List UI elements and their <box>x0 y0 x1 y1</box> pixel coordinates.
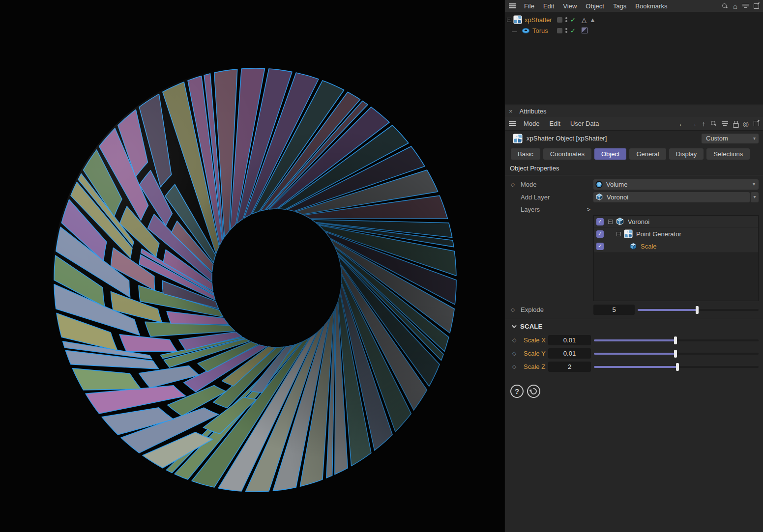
scale-y-row: ◇ Scale Y 0.01 <box>505 347 763 360</box>
viewport-3d[interactable] <box>0 0 504 532</box>
slider-handle[interactable] <box>676 363 679 371</box>
object-manager-menubar: File Edit View Object Tags Bookmarks ⌂ <box>505 0 763 12</box>
back-arrow-icon[interactable]: ← <box>678 120 685 127</box>
phong-tag-icon[interactable] <box>582 28 587 33</box>
visibility-dots-icon[interactable] <box>565 17 567 22</box>
enabled-check-icon[interactable]: ✓ <box>570 17 576 23</box>
explode-label: Explode <box>521 306 544 313</box>
menu-user-data[interactable]: User Data <box>565 120 604 127</box>
enabled-check-icon[interactable]: ✓ <box>570 28 576 34</box>
param-diamond-icon: ◇ <box>512 364 516 369</box>
scale-z-value-field[interactable]: 2 <box>548 362 591 372</box>
param-diamond-icon: ◇ <box>512 351 516 356</box>
layers-tree: ✓ Voronoi ✓ Point Generator ✓ <box>593 215 759 301</box>
param-diamond-icon: ◇ <box>511 307 515 312</box>
preset-dropdown[interactable]: Custom ▾ <box>702 134 759 143</box>
close-icon[interactable]: × <box>509 108 513 115</box>
xpshatter-label[interactable]: xpShatter <box>525 16 552 24</box>
hamburger-menu-icon[interactable] <box>509 121 516 126</box>
home-icon[interactable]: ⌂ <box>733 2 737 10</box>
layer-square-icon[interactable] <box>557 17 562 23</box>
menu-mode[interactable]: Mode <box>519 120 545 127</box>
new-window-icon[interactable] <box>754 121 759 126</box>
tree-row-torus[interactable]: Torus ✓ <box>505 25 763 36</box>
scale-z-slider[interactable] <box>594 363 759 371</box>
triangle-outline-icon: △ <box>582 17 587 23</box>
target-icon[interactable]: ◎ <box>743 120 749 127</box>
scale-checkbox[interactable]: ✓ <box>596 243 604 250</box>
add-layer-arrow-button[interactable]: ▾ <box>751 192 759 202</box>
scale-group-header[interactable]: SCALE <box>505 319 763 334</box>
point-generator-checkbox[interactable]: ✓ <box>596 230 604 238</box>
attributes-title: Attributes <box>520 108 547 115</box>
expand-icon[interactable] <box>608 220 613 224</box>
explode-slider[interactable] <box>638 306 759 314</box>
expand-icon[interactable] <box>616 232 621 236</box>
layers-row: Layers > <box>505 203 763 215</box>
explode-value-field[interactable]: 5 <box>593 305 635 315</box>
menu-edit[interactable]: Edit <box>545 120 565 127</box>
tab-display[interactable]: Display <box>669 148 704 160</box>
scale-x-slider[interactable] <box>594 336 759 344</box>
volume-mode-icon <box>595 181 603 188</box>
explode-row: ◇ Explode 5 <box>505 303 763 316</box>
chevron-down-icon: ▾ <box>753 182 755 187</box>
tab-basic[interactable]: Basic <box>511 148 540 160</box>
param-diamond-icon: ◇ <box>511 182 515 187</box>
hamburger-menu-icon[interactable] <box>509 3 516 8</box>
layer-square-icon[interactable] <box>557 28 562 33</box>
reset-icon <box>529 387 538 395</box>
scale-label: Scale <box>641 243 657 250</box>
menu-file[interactable]: File <box>520 2 539 10</box>
lock-icon[interactable] <box>733 121 738 127</box>
filter-icon[interactable] <box>742 4 749 8</box>
menu-view[interactable]: View <box>558 2 581 10</box>
up-arrow-icon[interactable]: ↑ <box>702 120 705 127</box>
search-icon[interactable] <box>722 3 728 9</box>
search-icon[interactable] <box>710 120 717 127</box>
section-title: Object Properties <box>505 162 763 175</box>
slider-handle[interactable] <box>674 336 677 344</box>
new-window-icon[interactable] <box>754 3 759 9</box>
add-layer-dropdown[interactable]: Voronoi <box>593 192 750 202</box>
add-layer-label: Add Layer <box>521 194 550 201</box>
scale-y-value-field[interactable]: 0.01 <box>548 348 591 359</box>
triangle-filled-icon: ▲ <box>589 17 596 23</box>
torus-svg <box>0 0 504 532</box>
layer-row-point-generator[interactable]: ✓ Point Generator <box>594 228 758 240</box>
scale-x-value-field[interactable]: 0.01 <box>548 335 591 345</box>
tree-row-xpshatter[interactable]: xpShatter ✓ △ ▲ <box>505 14 763 25</box>
voronoi-checkbox[interactable]: ✓ <box>596 218 604 225</box>
visibility-dots-icon[interactable] <box>565 28 567 33</box>
scale-group-title: SCALE <box>520 323 543 330</box>
torus-label[interactable]: Torus <box>532 27 548 34</box>
menu-object[interactable]: Object <box>581 2 609 10</box>
menu-edit[interactable]: Edit <box>539 2 558 10</box>
point-generator-label: Point Generator <box>636 230 681 238</box>
layer-row-scale[interactable]: ✓ Scale <box>594 240 758 252</box>
slider-handle[interactable] <box>674 350 677 358</box>
mode-dropdown[interactable]: Volume ▾ <box>593 179 759 190</box>
scale-y-slider[interactable] <box>594 350 759 358</box>
tab-selections[interactable]: Selections <box>706 148 750 160</box>
filter-icon[interactable] <box>722 121 728 126</box>
expand-icon[interactable] <box>507 18 511 22</box>
tab-object[interactable]: Object <box>594 148 627 160</box>
scale-y-label: Scale Y <box>524 350 546 357</box>
voronoi-label: Voronoi <box>628 218 649 225</box>
xpshatter-object-icon <box>513 15 522 24</box>
menu-bookmarks[interactable]: Bookmarks <box>631 2 672 10</box>
reset-button[interactable] <box>527 385 540 398</box>
attributes-panel: × Attributes Mode Edit User Data ← → ↑ ◎ <box>505 105 763 532</box>
tab-general[interactable]: General <box>629 148 666 160</box>
menu-tags[interactable]: Tags <box>609 2 631 10</box>
slider-handle[interactable] <box>696 306 699 314</box>
scale-z-label: Scale Z <box>524 363 545 370</box>
layer-row-voronoi[interactable]: ✓ Voronoi <box>594 216 758 228</box>
help-button[interactable]: ? <box>510 385 524 398</box>
object-tree: xpShatter ✓ △ ▲ Torus <box>505 12 763 105</box>
forward-arrow-icon[interactable]: → <box>690 120 697 127</box>
tab-coordinates[interactable]: Coordinates <box>543 148 591 160</box>
chevron-down-icon <box>512 323 517 328</box>
layers-expand-icon[interactable]: > <box>587 206 593 213</box>
